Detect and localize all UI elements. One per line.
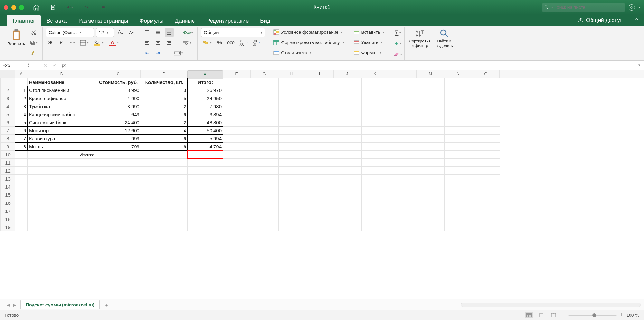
item-price[interactable]: 999 — [96, 135, 141, 143]
cell[interactable] — [334, 118, 362, 127]
zoom-out-button[interactable]: − — [562, 312, 565, 318]
item-total[interactable]: 7 980 — [188, 102, 223, 110]
cell[interactable] — [472, 135, 500, 143]
cell[interactable] — [334, 183, 362, 191]
item-total[interactable]: 48 800 — [188, 118, 223, 127]
cell[interactable] — [445, 207, 472, 215]
cell[interactable] — [362, 135, 389, 143]
cell[interactable] — [96, 183, 141, 191]
font-size-select[interactable]: 12▾ — [96, 28, 114, 37]
grand-total-label[interactable]: Итого: — [28, 151, 96, 159]
cell[interactable] — [306, 86, 334, 94]
cell[interactable] — [417, 167, 445, 175]
cell[interactable] — [445, 118, 472, 127]
cell[interactable] — [417, 207, 445, 215]
cell-styles-button[interactable]: Стили ячеек▾ — [272, 49, 345, 57]
col-header-K[interactable]: K — [361, 70, 389, 78]
cell[interactable] — [96, 175, 141, 183]
cell[interactable] — [306, 159, 334, 167]
item-total[interactable]: 4 794 — [188, 143, 223, 151]
cell[interactable] — [15, 199, 28, 207]
bold-button[interactable]: Ж — [46, 38, 55, 47]
item-qty[interactable]: 4 — [141, 127, 188, 135]
cell[interactable] — [389, 223, 417, 231]
borders-icon[interactable]: ▾ — [79, 38, 90, 47]
cell[interactable] — [389, 86, 417, 94]
cell[interactable] — [362, 143, 389, 151]
cell[interactable] — [472, 94, 500, 102]
autosum-icon[interactable]: ∑▾ — [393, 28, 403, 37]
sheet-tab[interactable]: Подсчет суммы (microexcel.ru) — [20, 300, 100, 309]
decrease-decimal-icon[interactable]: ,00,0← — [251, 38, 263, 47]
item-name[interactable]: Канцелярский набор — [28, 110, 96, 118]
item-price[interactable]: 649 — [96, 110, 141, 118]
row-header[interactable]: 19 — [1, 223, 15, 231]
row-header[interactable]: 16 — [1, 199, 15, 207]
cell[interactable] — [306, 215, 334, 223]
cell[interactable] — [362, 86, 389, 94]
cell[interactable] — [251, 223, 279, 231]
cell[interactable] — [306, 199, 334, 207]
col-header-O[interactable]: O — [472, 70, 500, 78]
cell[interactable] — [279, 94, 306, 102]
cell[interactable] — [306, 118, 334, 127]
header-qty[interactable]: Количество, шт. — [141, 78, 188, 86]
cell[interactable] — [472, 207, 500, 215]
col-header-H[interactable]: H — [278, 70, 306, 78]
cell[interactable] — [472, 199, 500, 207]
decrease-indent-icon[interactable]: ⇤ — [143, 49, 152, 58]
cell[interactable] — [445, 78, 472, 86]
paste-button[interactable]: Вставить — [6, 28, 26, 58]
cell[interactable] — [141, 175, 188, 183]
cell[interactable] — [334, 159, 362, 167]
align-middle-icon[interactable] — [154, 28, 163, 37]
cell[interactable] — [279, 183, 306, 191]
item-name[interactable]: Кресло офисное — [28, 94, 96, 102]
col-header-C[interactable]: C — [96, 70, 141, 78]
item-qty[interactable]: 6 — [141, 110, 188, 118]
font-name-select[interactable]: Calibri (Осн…▾ — [46, 28, 94, 37]
cell[interactable] — [188, 159, 223, 167]
cell[interactable] — [306, 102, 334, 110]
orientation-icon[interactable]: ⟲ab▾ — [181, 28, 194, 37]
cell[interactable] — [28, 199, 96, 207]
cell[interactable] — [15, 183, 28, 191]
cell[interactable] — [223, 127, 251, 135]
item-total[interactable]: 26 970 — [188, 86, 223, 94]
qat-customize-icon[interactable]: ≡ — [99, 3, 108, 12]
cell[interactable] — [279, 191, 306, 199]
cell[interactable] — [334, 167, 362, 175]
cell[interactable] — [417, 143, 445, 151]
cell[interactable] — [362, 207, 389, 215]
cell[interactable] — [251, 207, 279, 215]
italic-button[interactable]: К — [57, 38, 66, 47]
row-header[interactable]: 5 — [1, 110, 15, 118]
cell[interactable] — [251, 135, 279, 143]
item-price[interactable]: 3 990 — [96, 102, 141, 110]
cell[interactable] — [334, 135, 362, 143]
cell[interactable] — [445, 215, 472, 223]
cell[interactable] — [251, 151, 279, 159]
cell[interactable] — [28, 175, 96, 183]
share-button[interactable]: Общий доступ — [571, 14, 629, 26]
col-header-G[interactable]: G — [251, 70, 278, 78]
cell[interactable] — [334, 86, 362, 94]
cell[interactable] — [334, 127, 362, 135]
row-header[interactable]: 12 — [1, 167, 15, 175]
grid-table[interactable]: 1НаименованиеСтоимость, руб.Количество, … — [0, 78, 500, 231]
row-num[interactable]: 4 — [15, 110, 28, 118]
comma-icon[interactable]: 000 — [226, 38, 236, 47]
cell[interactable] — [334, 143, 362, 151]
view-normal-icon[interactable] — [525, 312, 533, 318]
cell[interactable] — [445, 223, 472, 231]
cell[interactable] — [188, 167, 223, 175]
search-input[interactable] — [554, 5, 623, 10]
cell[interactable] — [445, 94, 472, 102]
cell[interactable] — [445, 143, 472, 151]
cell[interactable] — [141, 191, 188, 199]
cell[interactable] — [389, 135, 417, 143]
row-num[interactable]: 3 — [15, 102, 28, 110]
item-total[interactable]: 3 894 — [188, 110, 223, 118]
cell[interactable] — [279, 207, 306, 215]
delete-cells-button[interactable]: Удалить▾ — [352, 38, 386, 47]
